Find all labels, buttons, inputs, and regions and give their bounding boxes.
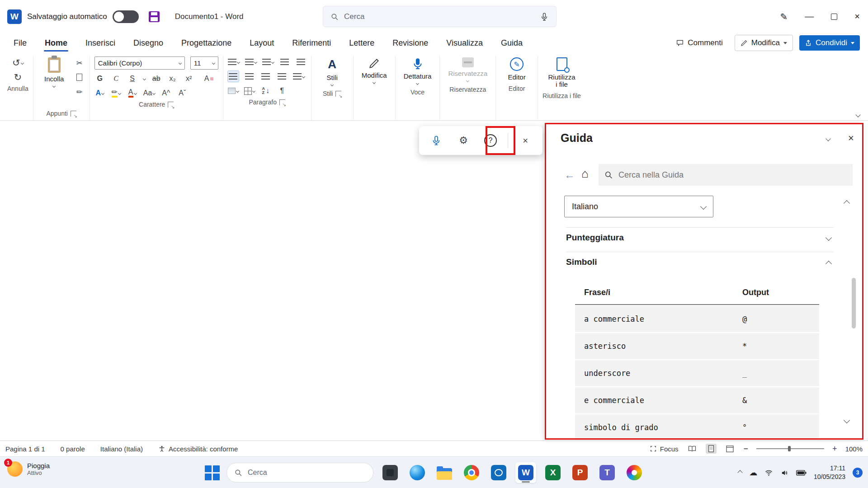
shading-button[interactable]: [228, 85, 239, 96]
notification-center-badge[interactable]: 3: [853, 468, 863, 478]
chrome-button[interactable]: [461, 462, 482, 483]
zoom-in-button[interactable]: +: [832, 444, 837, 454]
tab-riferimenti[interactable]: Riferimenti: [291, 36, 332, 51]
align-right-button[interactable]: [260, 71, 271, 82]
language-indicator[interactable]: Italiano (Italia): [100, 445, 143, 453]
help-close-button[interactable]: ×: [848, 132, 854, 144]
highlight-button[interactable]: ✏: [111, 88, 122, 99]
help-search-box[interactable]: [599, 164, 853, 186]
zoom-slider-thumb[interactable]: [788, 446, 791, 451]
accessibility-status[interactable]: Accessibilità: conforme: [158, 445, 238, 453]
taskbar-search-box[interactable]: [226, 463, 373, 483]
justify-button[interactable]: [277, 71, 288, 82]
file-explorer-button[interactable]: [434, 462, 455, 483]
dictate-button[interactable]: Dettatura: [400, 56, 435, 86]
taskbar-search-input[interactable]: [248, 469, 366, 477]
read-mode-button[interactable]: [687, 444, 698, 454]
edge-button[interactable]: [407, 462, 428, 483]
start-button[interactable]: [204, 465, 220, 481]
word-count[interactable]: 0 parole: [61, 445, 85, 453]
onedrive-cloud-icon[interactable]: ☁: [749, 468, 757, 478]
align-center-button[interactable]: [244, 71, 255, 82]
maximize-button[interactable]: [831, 14, 837, 20]
decrease-indent-button[interactable]: [279, 56, 290, 67]
minimize-button[interactable]: —: [805, 11, 814, 22]
underline-button[interactable]: S: [127, 73, 138, 84]
copy-button[interactable]: [74, 72, 85, 83]
home-icon[interactable]: ⌂: [581, 167, 589, 181]
volume-icon[interactable]: [780, 469, 789, 477]
editing-mode-button[interactable]: Modifica: [735, 35, 793, 51]
align-left-button[interactable]: [228, 71, 239, 82]
wifi-icon[interactable]: [764, 469, 773, 477]
battery-icon[interactable]: [796, 470, 807, 476]
back-arrow-icon[interactable]: ←: [564, 169, 575, 181]
zoom-slider[interactable]: [756, 448, 824, 449]
section-simboli[interactable]: Simboli: [566, 257, 597, 267]
inking-icon[interactable]: ✎: [780, 11, 788, 22]
editing-button[interactable]: Modifica: [358, 56, 391, 85]
chevron-up-icon[interactable]: [826, 261, 832, 267]
font-name-select[interactable]: Calibri (Corpo): [94, 56, 185, 70]
tab-progettazione[interactable]: Progettazione: [180, 36, 232, 51]
share-button[interactable]: Condividi: [799, 35, 860, 51]
zoom-out-button[interactable]: −: [744, 444, 749, 454]
dictation-mic-button[interactable]: [426, 131, 446, 150]
font-size-select[interactable]: 11: [190, 56, 218, 70]
tab-guida[interactable]: Guida: [500, 36, 524, 51]
dialog-launcher-icon[interactable]: [335, 91, 341, 97]
text-effects-button[interactable]: A: [94, 88, 105, 99]
clear-formatting-button[interactable]: A: [203, 73, 214, 84]
dialog-launcher-icon[interactable]: [279, 99, 285, 105]
print-layout-button[interactable]: [706, 444, 717, 454]
chevron-down-icon[interactable]: [826, 235, 832, 241]
line-spacing-button[interactable]: [293, 71, 305, 82]
tab-revisione[interactable]: Revisione: [392, 36, 429, 51]
redo-button[interactable]: ↻: [12, 72, 23, 83]
undo-button[interactable]: ↺: [12, 57, 24, 68]
excel-button[interactable]: X: [542, 462, 563, 483]
italic-button[interactable]: C: [111, 73, 122, 84]
chevron-down-icon[interactable]: [826, 136, 830, 141]
tab-lettere[interactable]: Lettere: [348, 36, 375, 51]
word-button[interactable]: W: [515, 462, 536, 483]
show-paragraph-marks-button[interactable]: ¶: [277, 85, 288, 96]
zoom-level[interactable]: 100%: [845, 445, 863, 453]
scroll-up-icon[interactable]: [844, 200, 850, 206]
powerpoint-button[interactable]: P: [570, 462, 590, 483]
borders-button[interactable]: [244, 85, 255, 96]
sensitivity-button[interactable]: Riservatezza: [444, 56, 491, 84]
multilevel-list-button[interactable]: [262, 56, 274, 67]
tab-file[interactable]: File: [13, 36, 28, 51]
widgets-weather-button[interactable]: 1 Pioggia Attivo: [7, 461, 50, 477]
title-search-input[interactable]: [344, 12, 534, 21]
close-button[interactable]: ×: [854, 11, 860, 22]
comments-button[interactable]: Commenti: [670, 35, 728, 51]
language-dropdown[interactable]: Italiano: [564, 196, 713, 217]
subscript-button[interactable]: x₂: [167, 73, 178, 84]
dictation-settings-button[interactable]: ⚙: [453, 131, 473, 150]
sort-button[interactable]: AZ↓: [260, 85, 271, 96]
bullets-button[interactable]: [228, 56, 240, 67]
help-search-input[interactable]: [618, 170, 847, 180]
dialog-launcher-icon[interactable]: [71, 111, 76, 117]
increase-indent-button[interactable]: [296, 56, 307, 67]
reuse-files-button[interactable]: Riutilizza i file: [545, 56, 579, 90]
superscript-button[interactable]: x²: [184, 73, 194, 84]
focus-mode-button[interactable]: Focus: [650, 445, 679, 453]
tab-visualizza[interactable]: Visualizza: [445, 36, 484, 51]
tab-home[interactable]: Home: [44, 36, 68, 51]
autosave-toggle[interactable]: [113, 10, 139, 23]
tab-layout[interactable]: Layout: [249, 36, 275, 51]
outlook-button[interactable]: [488, 462, 509, 483]
format-painter-button[interactable]: ✏: [74, 86, 85, 97]
web-layout-button[interactable]: [725, 444, 736, 454]
save-icon[interactable]: [149, 11, 160, 22]
numbering-button[interactable]: [245, 56, 257, 67]
scroll-down-icon[interactable]: [844, 417, 850, 423]
search-mic-icon[interactable]: [540, 12, 549, 21]
tray-overflow-chevron[interactable]: [737, 470, 742, 475]
cut-button[interactable]: ✂: [74, 57, 85, 68]
strikethrough-button[interactable]: ab: [151, 73, 162, 84]
app-icon-dark[interactable]: [380, 462, 401, 483]
